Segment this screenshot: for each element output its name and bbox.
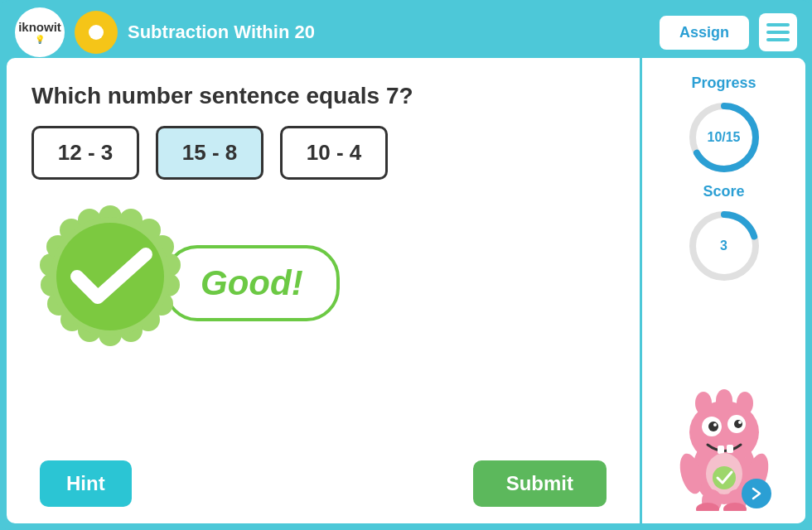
submit-button[interactable]: Submit — [473, 460, 607, 507]
answer-option-1[interactable]: 12 - 3 — [31, 126, 139, 180]
menu-bar-3 — [766, 38, 790, 41]
answer-option-3[interactable]: 10 - 4 — [280, 126, 388, 180]
left-panel: Which number sentence equals 7? 12 - 3 1… — [7, 58, 640, 523]
logo: iknowit 💡 — [15, 7, 65, 57]
answer-option-2[interactable]: 15 - 8 — [156, 126, 263, 180]
svg-rect-35 — [718, 446, 724, 454]
question-text: Which number sentence equals 7? — [31, 83, 615, 109]
correct-badge — [31, 205, 189, 362]
arrow-right-icon — [749, 486, 764, 501]
next-arrow[interactable] — [742, 479, 771, 508]
progress-value: 10/15 — [707, 130, 740, 145]
main-area: Which number sentence equals 7? 12 - 3 1… — [7, 58, 805, 523]
svg-point-28 — [708, 422, 718, 431]
svg-point-29 — [734, 420, 742, 428]
right-panel: Progress 10/15 Score 3 — [640, 58, 805, 523]
progress-circle: 10/15 — [687, 100, 761, 175]
progress-label: Progress — [691, 75, 756, 92]
feedback-text: Good! — [164, 245, 340, 321]
svg-point-32 — [695, 392, 712, 415]
monster-area — [670, 292, 778, 515]
feedback-area: Good! — [31, 205, 615, 362]
answer-options: 12 - 3 15 - 8 10 - 4 — [31, 126, 615, 180]
assign-button[interactable]: Assign — [660, 16, 749, 50]
top-bar: iknowit 💡 Subtraction Within 20 Assign — [7, 7, 805, 58]
score-circle: 3 — [687, 209, 761, 283]
menu-bar-1 — [766, 23, 790, 26]
svg-rect-36 — [727, 445, 733, 453]
score-label: Score — [703, 183, 744, 200]
level-circle — [75, 11, 118, 54]
app-container: iknowit 💡 Subtraction Within 20 Assign W… — [0, 0, 812, 530]
svg-point-30 — [713, 423, 717, 426]
level-dot — [89, 25, 104, 40]
hint-button[interactable]: Hint — [40, 460, 132, 507]
svg-point-34 — [737, 392, 753, 415]
score-value: 3 — [720, 238, 727, 253]
svg-point-33 — [716, 389, 732, 412]
menu-bar-2 — [766, 31, 790, 34]
badge-svg — [31, 205, 189, 362]
lesson-title: Subtraction Within 20 — [128, 22, 650, 43]
svg-point-40 — [713, 466, 736, 489]
logo-text: iknowit — [18, 21, 61, 35]
bottom-bar: Hint Submit — [31, 460, 615, 507]
svg-point-31 — [738, 421, 742, 424]
menu-button[interactable] — [759, 13, 797, 51]
